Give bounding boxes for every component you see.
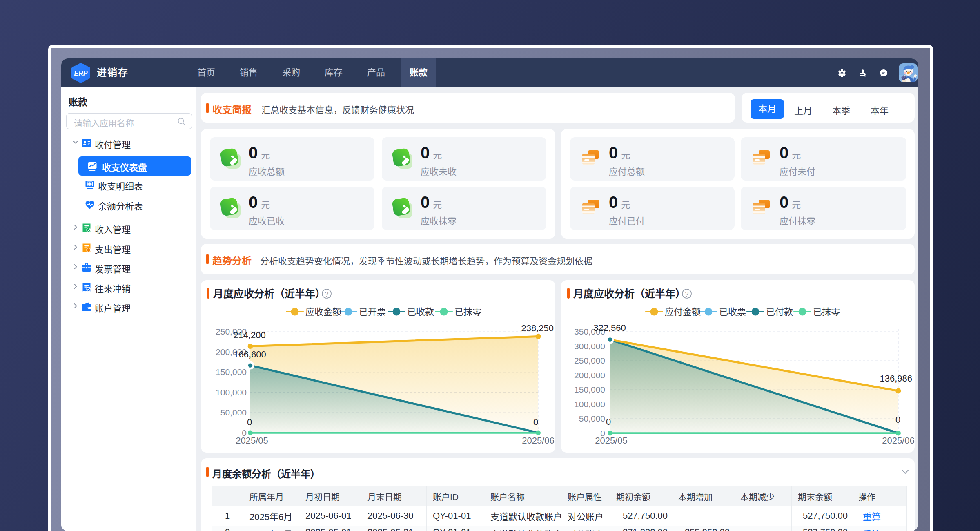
svg-text:2025/06: 2025/06 xyxy=(882,435,915,446)
svg-text:已抹零: 已抹零 xyxy=(454,307,481,317)
svg-text:100,000: 100,000 xyxy=(574,399,605,409)
svg-text:214,200: 214,200 xyxy=(233,330,266,340)
svg-text:2025/05: 2025/05 xyxy=(236,435,268,446)
svg-text:应付金额: 应付金额 xyxy=(665,307,701,317)
svg-text:166,600: 166,600 xyxy=(234,349,266,359)
svg-text:月度应收分析（近半年）: 月度应收分析（近半年） xyxy=(213,288,325,299)
svg-text:200,000: 200,000 xyxy=(574,370,605,380)
svg-text:ERP: ERP xyxy=(74,70,88,77)
svg-text:已收票: 已收票 xyxy=(719,307,746,317)
svg-text:322,560: 322,560 xyxy=(593,323,626,333)
svg-text:2025/06: 2025/06 xyxy=(522,435,555,446)
svg-text:已抹零: 已抹零 xyxy=(813,307,840,317)
svg-text:250,000: 250,000 xyxy=(574,356,605,365)
svg-text:50,000: 50,000 xyxy=(579,414,605,423)
svg-text:应收金额: 应收金额 xyxy=(305,307,341,317)
svg-text:0: 0 xyxy=(533,417,538,427)
svg-text:已收款: 已收款 xyxy=(407,307,434,317)
svg-text:2025/05: 2025/05 xyxy=(595,435,628,446)
svg-text:238,250: 238,250 xyxy=(521,323,554,333)
svg-text:已开票: 已开票 xyxy=(359,307,386,317)
svg-text:月度应收分析（近半年）: 月度应收分析（近半年） xyxy=(573,288,686,299)
svg-text:0: 0 xyxy=(606,417,611,427)
svg-text:?: ? xyxy=(325,291,329,298)
svg-text:150,000: 150,000 xyxy=(574,385,605,394)
svg-text:?: ? xyxy=(685,291,689,298)
svg-text:150,000: 150,000 xyxy=(216,367,247,377)
svg-text:已付款: 已付款 xyxy=(766,307,793,317)
svg-text:0: 0 xyxy=(247,417,252,427)
svg-text:50,000: 50,000 xyxy=(220,408,247,417)
svg-text:0: 0 xyxy=(895,415,900,425)
svg-text:136,986: 136,986 xyxy=(880,373,912,384)
svg-text:100,000: 100,000 xyxy=(216,388,247,397)
svg-text:300,000: 300,000 xyxy=(574,341,605,351)
